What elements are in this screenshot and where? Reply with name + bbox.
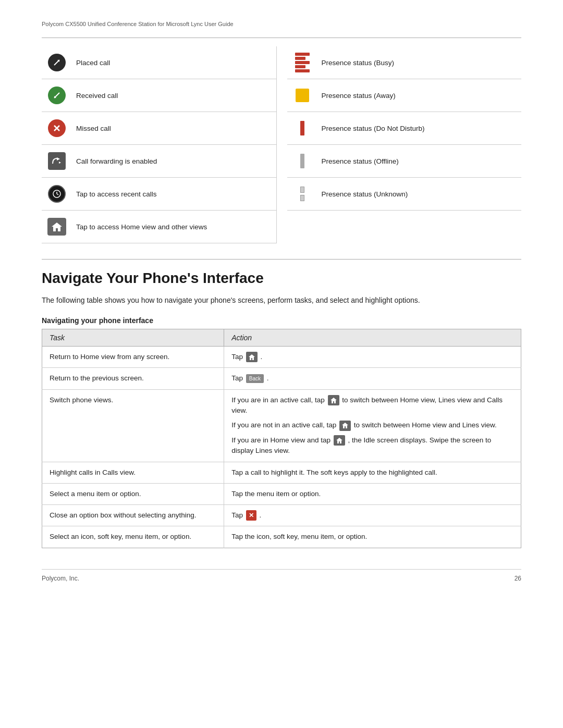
presence-away-icon	[296, 89, 309, 102]
task-cell: Switch phone views.	[42, 389, 224, 462]
recent-calls-icon	[48, 185, 66, 203]
presence-busy-icon-cell	[292, 53, 312, 72]
icon-col-right: Presence status (Busy) Presence status (…	[276, 46, 522, 243]
action-cell: Tap ✕ .	[224, 505, 521, 526]
icon-row-forward: Call forwarding is enabled	[42, 145, 276, 178]
col-task: Task	[42, 329, 224, 347]
task-cell: Return to Home view from any screen.	[42, 347, 224, 368]
placed-call-icon-cell	[47, 53, 67, 72]
icon-row-offline: Presence status (Offline)	[287, 145, 522, 178]
recent-calls-icon-cell	[47, 184, 67, 204]
icon-row-received: Received call	[42, 79, 276, 112]
received-call-label: Received call	[76, 92, 118, 100]
icon-col-left: Placed call Received call	[42, 46, 276, 243]
task-cell: Select a menu item or option.	[42, 483, 224, 504]
presence-unknown-icon-cell	[292, 184, 312, 204]
icon-row-dnd: Presence status (Do Not Disturb)	[287, 112, 522, 145]
call-forwarding-icon	[48, 152, 66, 170]
action-cell: Tap Back .	[224, 368, 521, 389]
section-divider	[42, 259, 521, 260]
placed-call-label: Placed call	[76, 59, 110, 67]
presence-dnd-icon-cell	[292, 118, 312, 138]
missed-call-icon	[48, 119, 66, 137]
home-view-icon	[47, 218, 66, 236]
x-btn-inline: ✕	[246, 510, 256, 521]
action-line-1: If you are in an active call, tap to swi…	[231, 395, 513, 416]
task-cell: Return to the previous screen.	[42, 368, 224, 389]
task-cell: Highlight calls in Calls view.	[42, 462, 224, 483]
icon-grid: Placed call Received call	[42, 46, 521, 243]
icon-row-busy: Presence status (Busy)	[287, 46, 522, 79]
back-btn-inline: Back	[246, 374, 264, 383]
table-row: Return to the previous screen. Tap Back …	[42, 368, 521, 389]
action-cell: Tap a call to highlight it. The soft key…	[224, 462, 521, 483]
presence-away-icon-cell	[292, 85, 312, 105]
action-text: Tap	[231, 374, 245, 382]
home-icon-inline-4	[334, 435, 345, 446]
presence-away-label: Presence status (Away)	[322, 92, 396, 100]
presence-offline-icon	[300, 154, 304, 168]
icon-row-unknown: Presence status (Unknown)	[287, 178, 522, 211]
placed-call-icon	[48, 54, 66, 71]
received-call-icon	[48, 87, 66, 104]
action-suffix: .	[261, 353, 263, 361]
svg-marker-8	[249, 354, 255, 360]
missed-call-icon-cell	[47, 118, 67, 138]
presence-dnd-label: Presence status (Do Not Disturb)	[322, 125, 425, 132]
icon-row-recent: Tap to access recent calls	[42, 178, 276, 211]
action-cell: Tap the menu item or option.	[224, 483, 521, 504]
table-row: Close an option box without selecting an…	[42, 505, 521, 526]
missed-call-label: Missed call	[76, 125, 111, 132]
action-cell: If you are in an active call, tap to swi…	[224, 389, 521, 462]
top-divider	[42, 38, 521, 38]
home-icon-inline-2	[328, 395, 339, 405]
table-row: Switch phone views. If you are in an act…	[42, 389, 521, 462]
recent-calls-label: Tap to access recent calls	[76, 190, 157, 198]
section-heading: Navigate Your Phone's Interface	[42, 270, 521, 287]
page-wrapper: Polycom CX5500 Unified Conference Statio…	[0, 0, 563, 603]
action-cell: Tap the icon, soft key, menu item, or op…	[224, 526, 521, 548]
action-suffix: .	[267, 374, 269, 382]
section-description: The following table shows you how to nav…	[42, 295, 469, 306]
action-line-3: If you are in Home view and tap , the Id…	[231, 435, 513, 456]
svg-line-0	[54, 60, 59, 65]
table-row: Return to Home view from any screen. Tap…	[42, 347, 521, 368]
icon-row-home: Tap to access Home view and other views	[42, 211, 276, 243]
home-icon-inline	[246, 352, 258, 362]
icon-row-placed: Placed call	[42, 46, 276, 79]
svg-marker-10	[342, 423, 348, 428]
table-row: Select a menu item or option. Tap the me…	[42, 483, 521, 504]
task-cell: Close an option box without selecting an…	[42, 505, 224, 526]
svg-line-1	[54, 93, 59, 98]
action-text: Tap	[231, 511, 245, 519]
presence-busy-icon	[295, 53, 310, 72]
svg-marker-9	[331, 398, 337, 403]
action-text: Tap	[231, 353, 245, 361]
col-action: Action	[224, 329, 521, 347]
presence-offline-label: Presence status (Offline)	[322, 157, 399, 165]
home-icon-inline-3	[339, 421, 351, 431]
action-suffix: .	[260, 511, 262, 519]
svg-marker-7	[52, 223, 62, 231]
home-view-label: Tap to access Home view and other views	[76, 223, 207, 231]
presence-unknown-icon	[300, 187, 304, 201]
navigation-table: Task Action Return to Home view from any…	[42, 329, 521, 548]
footer-right: 26	[515, 575, 521, 582]
home-view-icon-cell	[47, 217, 67, 237]
received-call-icon-cell	[47, 85, 67, 105]
task-cell: Select an icon, soft key, menu item, or …	[42, 526, 224, 548]
icon-row-away: Presence status (Away)	[287, 79, 522, 112]
call-forwarding-label: Call forwarding is enabled	[76, 157, 157, 165]
footer-left: Polycom, Inc.	[42, 575, 79, 582]
table-header-row: Task Action	[42, 329, 521, 347]
action-line-2: If you are not in an active call, tap to…	[231, 420, 513, 430]
table-row: Highlight calls in Calls view. Tap a cal…	[42, 462, 521, 483]
svg-marker-11	[336, 438, 342, 443]
presence-offline-icon-cell	[292, 151, 312, 171]
svg-line-6	[57, 194, 58, 195]
table-row: Select an icon, soft key, menu item, or …	[42, 526, 521, 548]
header-title: Polycom CX5500 Unified Conference Statio…	[42, 21, 521, 27]
table-heading: Navigating your phone interface	[42, 316, 521, 325]
call-forwarding-icon-cell	[47, 151, 67, 171]
presence-busy-label: Presence status (Busy)	[322, 59, 395, 67]
